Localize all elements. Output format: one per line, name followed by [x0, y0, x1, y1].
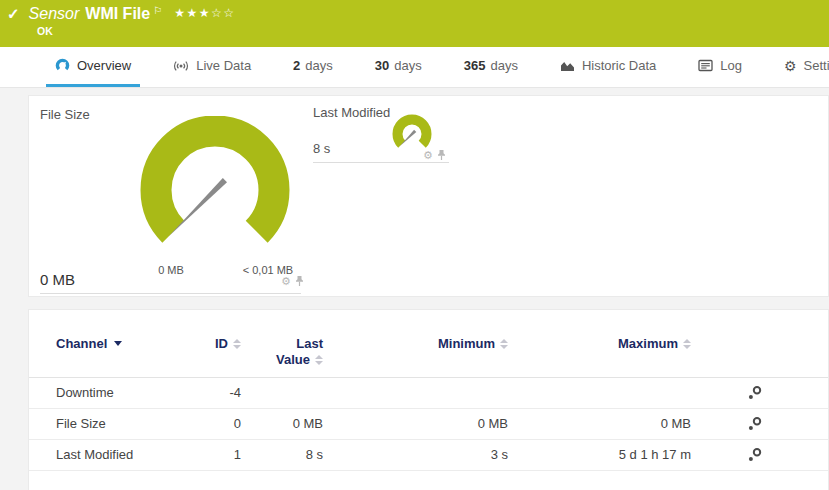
edit-channel-icon[interactable] — [747, 416, 763, 432]
file-size-gauge-title: File Size — [40, 107, 90, 122]
chevron-down-icon — [114, 341, 122, 346]
gauge-settings-icon[interactable]: ⚙ — [423, 150, 433, 161]
column-header-id[interactable]: ID — [176, 336, 241, 351]
tab-number: 30 — [375, 58, 389, 73]
edit-channel-icon[interactable] — [747, 447, 763, 463]
channel-minimum: 0 MB — [323, 416, 508, 431]
tab-label: Overview — [77, 58, 131, 73]
sensor-prefix-label: Sensor — [29, 5, 80, 23]
status-badge: OK — [37, 25, 819, 37]
tab-settings[interactable]: ⚙ Settings — [775, 47, 829, 87]
sort-icon — [500, 339, 508, 349]
tab-historic-data[interactable]: Historic Data — [551, 47, 665, 87]
live-data-icon — [173, 59, 189, 73]
tab-label: Settings — [804, 58, 829, 73]
channel-name: Downtime — [56, 385, 176, 400]
channel-id: 0 — [176, 416, 241, 431]
tab-label: days — [305, 58, 332, 73]
channel-last-value: 8 s — [241, 447, 323, 462]
edit-channel-icon[interactable] — [747, 385, 763, 401]
area-chart-icon — [560, 59, 575, 72]
channel-id: -4 — [176, 385, 241, 400]
gauge-icon — [55, 58, 70, 73]
tab-label: Live Data — [196, 58, 251, 73]
last-modified-gauge-controls: ⚙ — [423, 149, 446, 161]
last-modified-gauge-title: Last Modified — [313, 105, 390, 120]
channel-name: File Size — [56, 416, 176, 431]
gauge-settings-icon[interactable]: ⚙ — [281, 276, 291, 287]
column-header-last-value[interactable]: Last Value — [241, 336, 323, 369]
tab-label: days — [394, 58, 421, 73]
gauges-panel: File Size 0 MB < 0,01 MB ⚙ 0 MB Last Mod… — [28, 95, 829, 297]
tab-overview[interactable]: Overview — [46, 47, 140, 87]
column-header-minimum[interactable]: Minimum — [323, 336, 508, 351]
tab-label: Log — [720, 58, 742, 73]
tab-30-days[interactable]: 30 days — [366, 47, 431, 87]
channel-maximum: 5 d 1 h 17 m — [508, 447, 691, 462]
channel-minimum: 3 s — [323, 447, 508, 462]
channel-last-value: 0 MB — [241, 416, 323, 431]
channel-maximum: 0 MB — [508, 416, 691, 431]
tab-365-days[interactable]: 365 days — [455, 47, 527, 87]
channel-id: 1 — [176, 447, 241, 462]
divider — [40, 293, 301, 294]
tab-number: 2 — [293, 58, 300, 73]
tab-number: 365 — [464, 58, 486, 73]
log-icon — [698, 59, 713, 72]
channel-name: Last Modified — [56, 447, 176, 462]
tab-2-days[interactable]: 2 days — [284, 47, 342, 87]
gauge-needle — [168, 178, 227, 237]
table-row-file-size[interactable]: File Size 0 0 MB 0 MB 0 MB — [29, 409, 828, 440]
file-size-gauge — [140, 116, 290, 272]
priority-stars[interactable]: ★★★☆☆ — [174, 6, 235, 20]
table-header-row: Channel ID Last Value — [29, 310, 828, 378]
tab-label: Historic Data — [582, 58, 656, 73]
gear-icon: ⚙ — [784, 59, 797, 73]
divider — [313, 162, 449, 163]
tab-live-data[interactable]: Live Data — [164, 47, 260, 87]
channels-table-panel: Channel ID Last Value — [28, 309, 829, 490]
pin-icon[interactable] — [437, 149, 446, 161]
sensor-name: WMI File — [85, 5, 150, 23]
sort-icon — [233, 339, 241, 349]
table-row-last-modified[interactable]: Last Modified 1 8 s 3 s 5 d 1 h 17 m — [29, 440, 828, 471]
tab-log[interactable]: Log — [689, 47, 751, 87]
last-modified-current-value: 8 s — [313, 141, 330, 156]
status-check-icon: ✓ — [7, 5, 20, 23]
tab-label: days — [490, 58, 517, 73]
file-size-scale-min: 0 MB — [141, 264, 201, 276]
sensor-page: ✓ Sensor WMI File ⚐ ★★★☆☆ OK Overview L — [0, 0, 829, 490]
main-content: File Size 0 MB < 0,01 MB ⚙ 0 MB Last Mod… — [0, 88, 829, 490]
column-header-maximum[interactable]: Maximum — [508, 336, 691, 351]
sort-icon — [315, 355, 323, 365]
column-header-channel[interactable]: Channel — [56, 336, 176, 351]
file-size-current-value: 0 MB — [40, 271, 75, 288]
status-header: ✓ Sensor WMI File ⚐ ★★★☆☆ OK — [0, 0, 829, 47]
tab-bar: Overview Live Data 2 days 30 days 365 da… — [0, 47, 829, 88]
sort-icon — [683, 339, 691, 349]
file-size-gauge-controls: ⚙ — [281, 275, 304, 287]
flag-icon[interactable]: ⚐ — [153, 5, 162, 16]
table-row-downtime[interactable]: Downtime -4 — [29, 378, 828, 409]
pin-icon[interactable] — [295, 275, 304, 287]
